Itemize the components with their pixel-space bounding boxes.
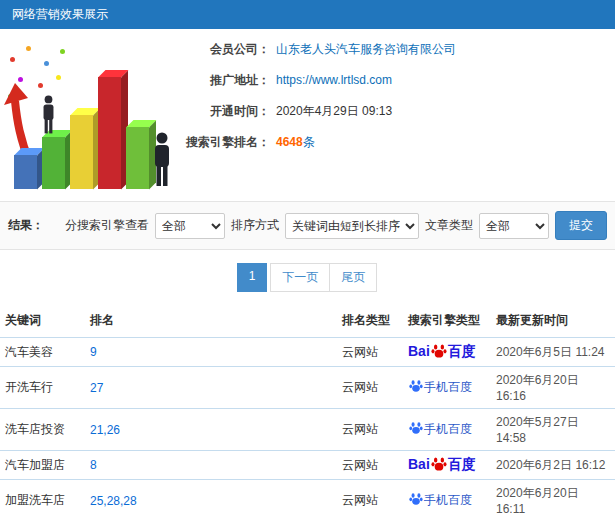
open-time-label: 开通时间： (178, 103, 270, 120)
table-header-row: 关键词 排名 排名类型 搜索引擎类型 最新更新时间 (0, 304, 615, 338)
chart-bar (42, 137, 65, 189)
baidu-paw-icon (431, 343, 447, 359)
sort-select[interactable]: 关键词由短到长排序 (285, 213, 419, 239)
promotion-url-label: 推广地址： (178, 72, 270, 89)
results-table-body: 汽车美容 9 云网站 Bai百度 2020年6月5日 11:24 开洗车行 27… (0, 338, 615, 520)
rank-type-text: 云网站 (342, 493, 378, 507)
company-label: 会员公司： (178, 41, 270, 58)
rank-value: 9 (90, 345, 97, 359)
keyword-text: 汽车加盟店 (5, 458, 65, 472)
page-title: 网络营销效果展示 (12, 7, 108, 21)
baidu-logo: Bai百度 (408, 343, 476, 359)
company-link[interactable]: 山东老人头汽车服务咨询有限公司 (276, 42, 456, 56)
article-type-filter-label: 文章类型 (425, 217, 473, 234)
mobile-baidu-logo: 手机百度 (408, 493, 472, 507)
baidu-logo: Bai百度 (408, 456, 476, 472)
rank-value: 25,28,28 (90, 494, 137, 508)
rank-value: 27 (90, 381, 103, 395)
update-time-text: 2020年6月5日 11:24 (496, 345, 605, 359)
update-time-text: 2020年6月20日 16:11 (496, 486, 579, 516)
rank-type-text: 云网站 (342, 380, 378, 394)
rank-type-text: 云网站 (342, 422, 378, 436)
promotion-url-link[interactable]: https://www.lrtlsd.com (276, 73, 392, 87)
member-info-section: 会员公司： 山东老人头汽车服务咨询有限公司 推广地址： https://www.… (0, 29, 615, 201)
filter-controls: 分搜索引擎查看 全部 排序方式 关键词由短到长排序 文章类型 全部 提交 (65, 211, 607, 240)
chart-bar (14, 155, 37, 189)
open-time-value: 2020年4月29日 09:13 (276, 103, 392, 120)
page-title-bar: 网络营销效果展示 (0, 0, 615, 29)
mobile-baidu-paw-icon (409, 421, 423, 435)
person-figure-icon (40, 95, 57, 135)
confetti-dot (56, 75, 61, 80)
col-header-keyword: 关键词 (0, 304, 85, 338)
update-time-text: 2020年6月2日 16:12 (496, 458, 605, 472)
info-row-open-time: 开通时间： 2020年4月29日 09:13 (178, 103, 456, 120)
sort-filter-label: 排序方式 (231, 217, 279, 234)
table-row: 开洗车行 27 云网站 手机百度 2020年6月20日 16:16 (0, 367, 615, 409)
engine-filter-label: 分搜索引擎查看 (65, 217, 149, 234)
info-row-url: 推广地址： https://www.lrtlsd.com (178, 72, 456, 89)
col-header-rank-type: 排名类型 (337, 304, 403, 338)
table-row: 汽车美容 9 云网站 Bai百度 2020年6月5日 11:24 (0, 338, 615, 367)
rank-value: 8 (90, 458, 97, 472)
rank-value: 21,26 (90, 423, 120, 437)
mobile-baidu-logo: 手机百度 (408, 422, 472, 436)
mobile-baidu-paw-icon (409, 379, 423, 393)
pagination: 1 下一页 尾页 (0, 263, 615, 292)
info-row-ranking: 搜索引擎排名： 4648条 (178, 134, 456, 151)
update-time-text: 2020年5月27日 14:58 (496, 415, 579, 445)
rank-type-text: 云网站 (342, 458, 378, 472)
col-header-rank: 排名 (85, 304, 337, 338)
table-row: 洗车店投资 21,26 云网站 手机百度 2020年5月27日 14:58 (0, 409, 615, 451)
table-row: 汽车加盟店 8 云网站 Bai百度 2020年6月2日 16:12 (0, 451, 615, 480)
engine-select[interactable]: 全部 (155, 213, 225, 239)
keyword-text: 加盟洗车店 (5, 493, 65, 507)
confetti-dot (10, 57, 15, 62)
marketing-chart-illustration (0, 37, 178, 199)
col-header-engine-type: 搜索引擎类型 (403, 304, 491, 338)
mobile-baidu-paw-icon (409, 492, 423, 506)
baidu-paw-icon (431, 456, 447, 472)
chart-bar (126, 127, 149, 189)
mobile-baidu-logo: 手机百度 (408, 380, 472, 394)
chart-bar (98, 77, 121, 189)
confetti-dot (26, 46, 31, 51)
rank-type-text: 云网站 (342, 345, 378, 359)
col-header-updated: 最新更新时间 (491, 304, 615, 338)
keyword-text: 开洗车行 (5, 380, 53, 394)
page-1-button[interactable]: 1 (237, 263, 268, 292)
ranking-unit: 条 (303, 135, 315, 149)
keyword-text: 汽车美容 (5, 345, 53, 359)
info-row-company: 会员公司： 山东老人头汽车服务咨询有限公司 (178, 41, 456, 58)
results-label: 结果： (8, 217, 44, 234)
confetti-dot (60, 49, 65, 54)
businessman-figure-icon (150, 131, 174, 189)
ranking-count: 4648 (276, 135, 303, 149)
results-table: 关键词 排名 排名类型 搜索引擎类型 最新更新时间 汽车美容 9 云网站 Bai… (0, 304, 615, 520)
confetti-dot (38, 83, 43, 88)
member-info-list: 会员公司： 山东老人头汽车服务咨询有限公司 推广地址： https://www.… (178, 37, 456, 199)
table-row: 加盟洗车店 25,28,28 云网站 手机百度 2020年6月20日 16:11 (0, 480, 615, 520)
article-type-select[interactable]: 全部 (479, 213, 549, 239)
chart-bar (70, 115, 93, 189)
confetti-dot (44, 61, 49, 66)
filter-bar: 结果： 分搜索引擎查看 全部 排序方式 关键词由短到长排序 文章类型 全部 提交 (0, 201, 615, 250)
ranking-label: 搜索引擎排名： (178, 134, 270, 151)
update-time-text: 2020年6月20日 16:16 (496, 373, 579, 403)
next-page-button[interactable]: 下一页 (270, 263, 330, 292)
keyword-text: 洗车店投资 (5, 422, 65, 436)
last-page-button[interactable]: 尾页 (329, 263, 377, 292)
submit-button[interactable]: 提交 (555, 211, 607, 240)
